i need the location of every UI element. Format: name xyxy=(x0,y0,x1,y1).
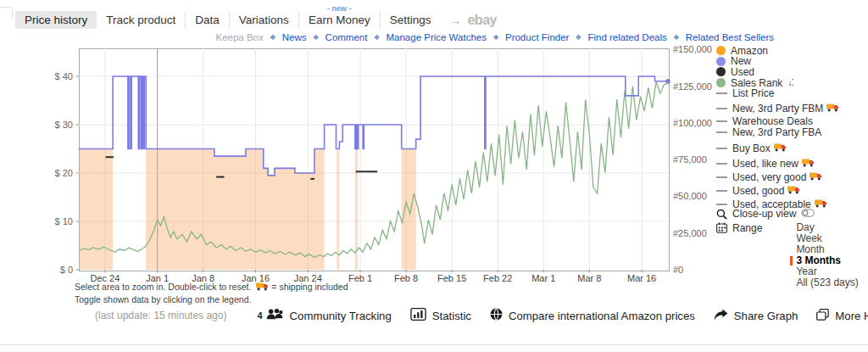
legend-item-used[interactable]: Used xyxy=(716,67,867,77)
range-control: Range Day Week Month 3 Months Year All (… xyxy=(716,222,859,288)
list-price-dash xyxy=(716,92,727,94)
magnifier-icon xyxy=(716,209,727,220)
legend-item-new[interactable]: New xyxy=(716,57,867,67)
legend-item-used-like-new[interactable]: Used, like new xyxy=(716,159,867,169)
link-related-best-sellers[interactable]: Related Best Sellers xyxy=(686,32,774,42)
legend-item-buy-box[interactable]: Buy Box xyxy=(716,143,867,154)
legend-item-new-3rd-party-fbm[interactable]: New, 3rd Party FBM xyxy=(716,103,867,114)
quick-links-row: Keepa Box ❖ News ❖ Comment ❖ Manage Pric… xyxy=(0,32,774,42)
x-tick-label: Feb 15 xyxy=(426,273,477,283)
y-right-tick-label: #100,000 xyxy=(673,118,712,128)
x-tick-label: Jan 24 xyxy=(282,273,333,283)
x-tick-label: Jan 1 xyxy=(132,273,183,283)
keepa-price-history-app: Price history Track product Data Variati… xyxy=(0,0,868,352)
truck-icon xyxy=(256,282,269,293)
used-color-dot xyxy=(716,67,726,76)
x-tick-label: Mar 1 xyxy=(518,273,569,283)
sales-rank-color-dot xyxy=(716,78,726,87)
diamond-separator-icon: ❖ xyxy=(489,33,503,42)
arrow-right-icon: → xyxy=(448,13,461,27)
x-tick-label: Jan 16 xyxy=(231,273,281,283)
y-right-tick-label: #0 xyxy=(673,265,683,275)
globe-icon xyxy=(490,308,503,323)
legend-item-list-price[interactable]: List Price xyxy=(716,88,867,98)
tab-settings[interactable]: Settings xyxy=(380,11,441,29)
tab-data[interactable]: Data xyxy=(185,11,229,29)
y-left-tick-label: $ 40 xyxy=(31,71,73,81)
diamond-separator-icon: ❖ xyxy=(309,33,323,42)
legend-item-amazon[interactable]: Amazon xyxy=(716,46,867,56)
bottom-toolbar: (last update: 15 minutes ago) 4 Communit… xyxy=(95,308,841,323)
legend-label: New, 3rd Party FBA xyxy=(732,126,821,138)
y-left-tick-label: $ 20 xyxy=(31,168,73,178)
last-update-text: (last update: 15 minutes ago) xyxy=(95,310,226,321)
truck-icon xyxy=(826,103,839,115)
legend-item-used-good[interactable]: Used, good xyxy=(716,187,867,197)
x-tick-label: Dec 24 xyxy=(80,273,131,283)
compare-international-label: Compare international Amazon prices xyxy=(509,310,695,322)
tab-bar: Price history Track product Data Variati… xyxy=(15,10,497,30)
x-tick-label: Feb 22 xyxy=(472,273,523,283)
legend-item-sales-rank[interactable]: Sales Rank ↓⁚ xyxy=(716,78,867,88)
truck-icon xyxy=(810,171,822,183)
more-historical-data-button[interactable]: More Historical Data xyxy=(816,309,868,323)
y-right-tick-label: #50,000 xyxy=(673,191,707,201)
link-product-finder[interactable]: Product Finder xyxy=(505,32,569,42)
share-graph-button[interactable]: Share Graph xyxy=(714,309,798,323)
fba-dash xyxy=(716,131,727,133)
y-left-tick-label: $ 10 xyxy=(31,216,73,226)
legend-item-used-very-good[interactable]: Used, very good xyxy=(716,172,867,182)
used-very-good-dash xyxy=(716,176,727,178)
close-up-view-label: Close-up view xyxy=(732,208,796,220)
truck-icon xyxy=(787,185,800,197)
community-tracking-label: Community Tracking xyxy=(290,310,392,322)
range-option-all[interactable]: All (523 days) xyxy=(791,277,858,288)
truck-icon xyxy=(774,142,787,154)
legend-label: New, 3rd Party FBM xyxy=(732,103,823,115)
buy-box-dash xyxy=(716,148,727,149)
x-tick-label: Feb 1 xyxy=(335,273,386,283)
diamond-separator-icon: ❖ xyxy=(370,33,384,42)
y-right-tick-label: #25,000 xyxy=(673,228,707,238)
sales-rank-sort-icon[interactable]: ↓⁚ xyxy=(787,78,793,87)
legend-label: Used, very good xyxy=(732,171,806,183)
link-comment[interactable]: Comment xyxy=(326,32,368,42)
keepa-box-label: Keepa Box xyxy=(215,32,263,42)
y-right-tick-label: #125,000 xyxy=(673,81,712,92)
compare-international-button[interactable]: Compare international Amazon prices xyxy=(490,308,695,323)
legend-toggle-hint-text: Toggle shown data by clicking on the leg… xyxy=(75,293,348,305)
toggle-switch-icon[interactable] xyxy=(801,208,815,220)
community-tracking-button[interactable]: 4 Community Tracking xyxy=(257,308,391,323)
link-find-related-deals[interactable]: Find related Deals xyxy=(587,32,666,42)
truck-icon xyxy=(802,158,815,170)
close-up-view-control[interactable]: Close-up view xyxy=(716,208,859,220)
legend-label: List Price xyxy=(732,87,774,99)
chart-plot-area[interactable] xyxy=(79,48,668,270)
tab-earn-money[interactable]: - new - Earn Money xyxy=(298,11,380,29)
ebay-logo[interactable]: ebay xyxy=(467,13,496,28)
tab-track-product[interactable]: Track product xyxy=(97,11,185,29)
new-badge: - new - xyxy=(327,3,352,13)
used-like-new-dash xyxy=(716,163,727,165)
tab-variations[interactable]: Variations xyxy=(229,11,298,29)
community-tracking-count: 4 xyxy=(257,310,262,321)
tab-price-history[interactable]: Price history xyxy=(15,11,97,29)
link-manage-price-watches[interactable]: Manage Price Watches xyxy=(386,32,486,42)
statistic-button[interactable]: Statistic xyxy=(410,308,471,323)
tab-earn-money-label: Earn Money xyxy=(309,14,370,26)
legend-item-new-3rd-party-fba[interactable]: New, 3rd Party FBA xyxy=(716,127,867,137)
link-news[interactable]: News xyxy=(282,32,307,42)
chart-legend: Amazon New Used Sales Rank ↓⁚ List Price… xyxy=(716,46,867,210)
more-historical-data-label: More Historical Data xyxy=(835,310,868,322)
diamond-separator-icon: ❖ xyxy=(670,33,683,42)
chart-controls: Close-up view Range Day Week Month 3 Mon… xyxy=(716,208,859,291)
range-label: Range xyxy=(732,222,762,234)
legend-item-warehouse-deals[interactable]: Warehouse Deals xyxy=(716,117,867,127)
calendar-icon xyxy=(716,222,727,233)
amazon-color-dot xyxy=(716,46,726,55)
below-divider-strip xyxy=(0,345,868,352)
warehouse-dash xyxy=(716,120,727,122)
x-tick-label: Mar 16 xyxy=(616,273,667,283)
statistic-label: Statistic xyxy=(432,310,471,322)
y-left-tick-label: $ 0 xyxy=(31,265,73,275)
